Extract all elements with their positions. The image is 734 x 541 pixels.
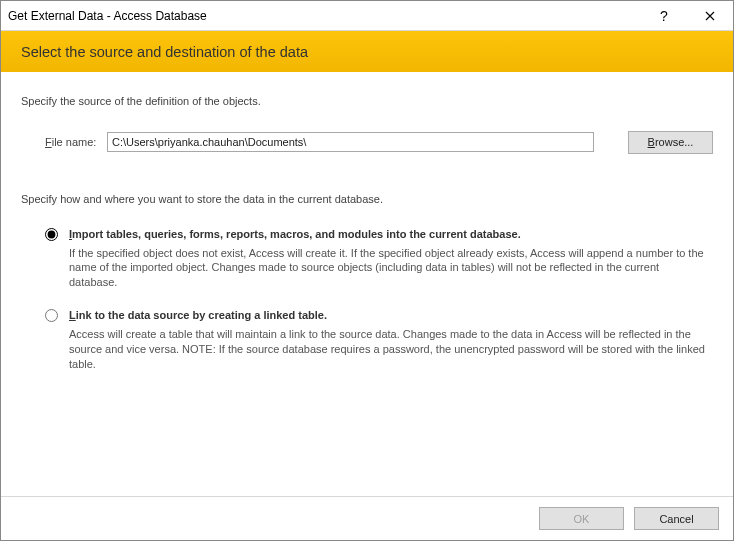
source-instruction: Specify the source of the definition of … [21, 94, 713, 109]
browse-button[interactable]: Browse... [628, 131, 713, 154]
footer: OK Cancel [1, 496, 733, 540]
option-link-title: Link to the data source by creating a li… [69, 308, 705, 323]
file-name-label: File name: [45, 135, 107, 150]
option-import[interactable]: Import tables, queries, forms, reports, … [45, 227, 713, 290]
titlebar: Get External Data - Access Database ? [1, 1, 733, 31]
close-icon [705, 11, 715, 21]
option-import-title: Import tables, queries, forms, reports, … [69, 227, 705, 242]
content-area: Specify the source of the definition of … [1, 72, 733, 496]
close-button[interactable] [687, 1, 733, 31]
store-instruction: Specify how and where you want to store … [21, 192, 713, 207]
ok-button[interactable]: OK [539, 507, 624, 530]
radio-link[interactable] [45, 309, 58, 322]
option-link-desc: Access will create a table that will mai… [69, 327, 705, 372]
option-link[interactable]: Link to the data source by creating a li… [45, 308, 713, 371]
banner: Select the source and destination of the… [1, 31, 733, 72]
help-button[interactable]: ? [641, 1, 687, 31]
file-row: File name: Browse... [45, 131, 713, 154]
radio-import[interactable] [45, 228, 58, 241]
dialog-window: Get External Data - Access Database ? Se… [0, 0, 734, 541]
option-import-desc: If the specified object does not exist, … [69, 246, 705, 291]
file-name-input[interactable] [107, 132, 594, 152]
window-title: Get External Data - Access Database [8, 9, 641, 23]
cancel-button[interactable]: Cancel [634, 507, 719, 530]
banner-heading: Select the source and destination of the… [21, 44, 308, 60]
